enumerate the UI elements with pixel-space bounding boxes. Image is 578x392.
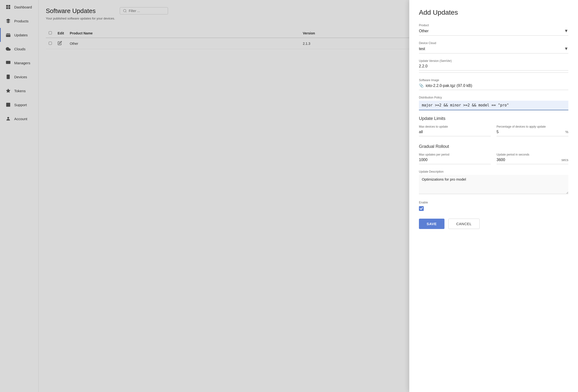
checkmark-icon — [420, 207, 423, 210]
max-devices-field: Max devices to update — [419, 125, 491, 136]
update-period-suffix: secs — [561, 158, 568, 162]
cancel-button[interactable]: CANCEL — [448, 219, 480, 229]
side-panel: Add Updates Product Other ▼ Device Cloud… — [409, 0, 578, 392]
device-cloud-value: test — [419, 47, 425, 51]
distribution-policy-value[interactable]: major >=2 && minor >=2 && model == "pro" — [419, 101, 568, 110]
enable-checkbox[interactable] — [419, 206, 424, 211]
product-select[interactable]: Other ▼ — [419, 28, 568, 36]
max-updates-input[interactable] — [419, 158, 491, 164]
enable-field: Enable — [419, 201, 568, 211]
percentage-input[interactable] — [496, 130, 564, 134]
update-version-value — [419, 64, 568, 73]
percentage-input-wrapper: % — [496, 130, 568, 136]
paperclip-icon: 📎 — [419, 83, 424, 88]
software-image-filename: ioto-2.2.0-pak.tgz (97.0 kB) — [426, 83, 472, 88]
percentage-suffix: % — [566, 130, 568, 134]
update-limits-fields: Max devices to update Percentage of devi… — [419, 125, 568, 142]
software-image-label: Software Image — [419, 78, 568, 82]
device-cloud-select[interactable]: test ▼ — [419, 46, 568, 53]
update-period-field: Update period in seconds secs — [496, 153, 568, 164]
software-image-value[interactable]: 📎 ioto-2.2.0-pak.tgz (97.0 kB) — [419, 83, 568, 90]
max-updates-label: Max updates per period — [419, 153, 491, 156]
gradual-rollout-fields: Max updates per period Update period in … — [419, 153, 568, 170]
enable-label: Enable — [419, 201, 568, 204]
panel-actions: SAVE CANCEL — [419, 219, 568, 234]
product-label: Product — [419, 24, 568, 27]
description-label: Update Description — [419, 170, 568, 173]
update-limits-section-title: Update Limits — [419, 116, 568, 121]
product-value: Other — [419, 29, 429, 33]
update-version-label: Update Version (SemVer) — [419, 59, 568, 63]
update-period-label: Update period in seconds — [496, 153, 568, 156]
gradual-rollout-section-title: Gradual Rollout — [419, 144, 568, 149]
device-cloud-dropdown-arrow: ▼ — [564, 46, 568, 51]
update-period-input[interactable] — [496, 158, 560, 162]
max-updates-field: Max updates per period — [419, 153, 491, 164]
distribution-policy-label: Distribution Policy — [419, 96, 568, 99]
enable-checkbox-row — [419, 206, 568, 211]
save-button[interactable]: SAVE — [419, 219, 444, 229]
update-period-input-wrapper: secs — [496, 158, 568, 164]
description-field: Update Description Optimizations for pro… — [419, 170, 568, 195]
update-version-field: Update Version (SemVer) — [419, 59, 568, 73]
update-version-input[interactable] — [419, 64, 568, 71]
percentage-field: Percentage of devices to apply update % — [496, 125, 568, 136]
percentage-label: Percentage of devices to apply update — [496, 125, 568, 128]
max-devices-input[interactable] — [419, 130, 491, 136]
max-devices-label: Max devices to update — [419, 125, 491, 128]
software-image-field: Software Image 📎 ioto-2.2.0-pak.tgz (97.… — [419, 78, 568, 90]
panel-title: Add Updates — [419, 9, 568, 16]
description-textarea[interactable]: Optimizations for pro model — [419, 175, 568, 194]
modal-overlay: Add Updates Product Other ▼ Device Cloud… — [0, 0, 578, 392]
device-cloud-label: Device Cloud — [419, 41, 568, 45]
product-dropdown-arrow: ▼ — [564, 28, 568, 34]
product-field: Product Other ▼ — [419, 24, 568, 36]
device-cloud-field: Device Cloud test ▼ — [419, 41, 568, 53]
distribution-policy-field: Distribution Policy major >=2 && minor >… — [419, 96, 568, 110]
